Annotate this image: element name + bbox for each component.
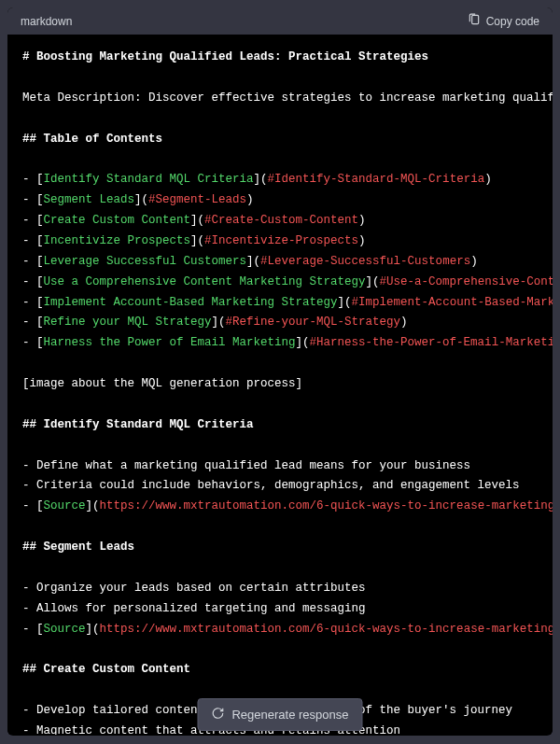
- code-header: markdown Copy code: [7, 7, 553, 35]
- copy-code-button[interactable]: Copy code: [468, 13, 539, 29]
- regenerate-button[interactable]: Regenerate response: [197, 698, 362, 731]
- copy-label: Copy code: [486, 15, 539, 28]
- code-block: markdown Copy code # Boosting Marketing …: [7, 7, 553, 736]
- svg-rect-0: [471, 15, 478, 23]
- language-label: markdown: [21, 15, 72, 28]
- regenerate-label: Regenerate response: [231, 708, 348, 722]
- clipboard-icon: [468, 13, 481, 29]
- code-content: # Boosting Marketing Qualified Leads: Pr…: [7, 35, 553, 735]
- refresh-icon: [211, 707, 224, 723]
